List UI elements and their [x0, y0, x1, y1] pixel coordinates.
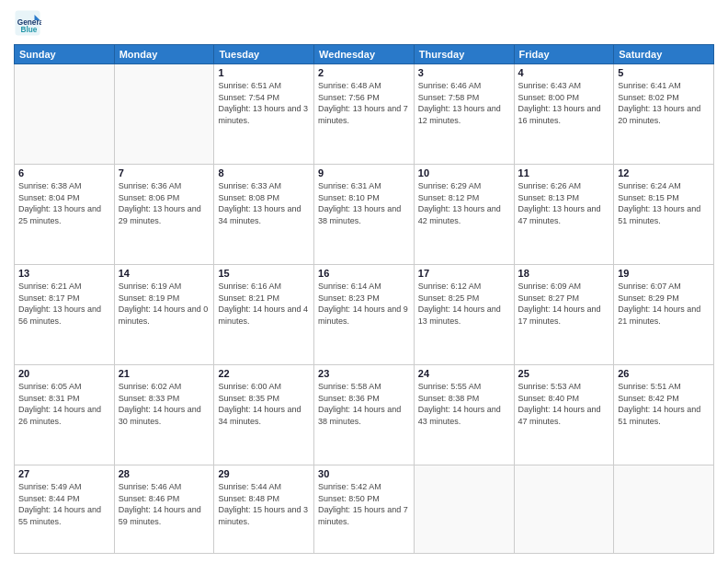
- day-info: Sunrise: 6:33 AMSunset: 8:08 PMDaylight:…: [218, 180, 310, 226]
- calendar-cell: 13Sunrise: 6:21 AMSunset: 8:17 PMDayligh…: [15, 265, 115, 365]
- day-info: Sunrise: 6:51 AMSunset: 7:54 PMDaylight:…: [218, 80, 310, 126]
- day-info: Sunrise: 6:36 AMSunset: 8:06 PMDaylight:…: [119, 180, 210, 226]
- day-number: 20: [18, 368, 110, 379]
- day-number: 19: [618, 268, 710, 279]
- calendar-cell: 11Sunrise: 6:26 AMSunset: 8:13 PMDayligh…: [514, 165, 614, 265]
- calendar-table: SundayMondayTuesdayWednesdayThursdayFrid…: [14, 44, 714, 554]
- day-number: 9: [318, 167, 410, 178]
- day-number: 24: [418, 368, 510, 379]
- day-number: 21: [119, 368, 210, 379]
- day-number: 7: [119, 167, 210, 178]
- weekday-header-monday: Monday: [114, 45, 214, 64]
- day-number: 25: [518, 368, 610, 379]
- day-info: Sunrise: 5:44 AMSunset: 8:48 PMDaylight:…: [218, 481, 310, 527]
- day-number: 14: [119, 268, 210, 279]
- calendar-cell: 21Sunrise: 6:02 AMSunset: 8:33 PMDayligh…: [114, 365, 214, 465]
- calendar-cell: [114, 64, 214, 165]
- calendar-cell: 10Sunrise: 6:29 AMSunset: 8:12 PMDayligh…: [414, 165, 514, 265]
- day-info: Sunrise: 6:24 AMSunset: 8:15 PMDaylight:…: [618, 180, 710, 226]
- calendar-cell: 28Sunrise: 5:46 AMSunset: 8:46 PMDayligh…: [114, 465, 214, 554]
- day-info: Sunrise: 6:09 AMSunset: 8:27 PMDaylight:…: [518, 281, 610, 327]
- day-info: Sunrise: 6:02 AMSunset: 8:33 PMDaylight:…: [119, 381, 210, 427]
- calendar-header-row: SundayMondayTuesdayWednesdayThursdayFrid…: [15, 45, 714, 64]
- day-number: 30: [318, 468, 410, 479]
- calendar-cell: 12Sunrise: 6:24 AMSunset: 8:15 PMDayligh…: [614, 165, 714, 265]
- calendar-cell: 1Sunrise: 6:51 AMSunset: 7:54 PMDaylight…: [214, 64, 314, 165]
- weekday-header-friday: Friday: [514, 45, 614, 64]
- day-info: Sunrise: 5:55 AMSunset: 8:38 PMDaylight:…: [418, 381, 510, 427]
- day-info: Sunrise: 6:41 AMSunset: 8:02 PMDaylight:…: [618, 80, 710, 126]
- calendar-cell: 22Sunrise: 6:00 AMSunset: 8:35 PMDayligh…: [214, 365, 314, 465]
- day-number: 4: [518, 67, 610, 78]
- day-info: Sunrise: 6:26 AMSunset: 8:13 PMDaylight:…: [518, 180, 610, 226]
- calendar-cell: 8Sunrise: 6:33 AMSunset: 8:08 PMDaylight…: [214, 165, 314, 265]
- day-info: Sunrise: 6:07 AMSunset: 8:29 PMDaylight:…: [618, 281, 710, 327]
- day-info: Sunrise: 6:12 AMSunset: 8:25 PMDaylight:…: [418, 281, 510, 327]
- calendar-cell: 3Sunrise: 6:46 AMSunset: 7:58 PMDaylight…: [414, 64, 514, 165]
- calendar-cell: 6Sunrise: 6:38 AMSunset: 8:04 PMDaylight…: [15, 165, 115, 265]
- calendar-cell: [614, 465, 714, 554]
- day-number: 12: [618, 167, 710, 178]
- weekday-header-thursday: Thursday: [414, 45, 514, 64]
- day-number: 2: [318, 67, 410, 78]
- day-info: Sunrise: 6:00 AMSunset: 8:35 PMDaylight:…: [218, 381, 310, 427]
- calendar-cell: 17Sunrise: 6:12 AMSunset: 8:25 PMDayligh…: [414, 265, 514, 365]
- calendar-cell: 30Sunrise: 5:42 AMSunset: 8:50 PMDayligh…: [314, 465, 415, 554]
- day-info: Sunrise: 6:19 AMSunset: 8:19 PMDaylight:…: [119, 281, 210, 327]
- day-info: Sunrise: 6:16 AMSunset: 8:21 PMDaylight:…: [218, 281, 310, 327]
- day-info: Sunrise: 5:58 AMSunset: 8:36 PMDaylight:…: [318, 381, 410, 427]
- day-number: 3: [418, 67, 510, 78]
- calendar-cell: 19Sunrise: 6:07 AMSunset: 8:29 PMDayligh…: [614, 265, 714, 365]
- calendar-cell: 7Sunrise: 6:36 AMSunset: 8:06 PMDaylight…: [114, 165, 214, 265]
- day-info: Sunrise: 5:51 AMSunset: 8:42 PMDaylight:…: [618, 381, 710, 427]
- logo-icon: General Blue: [14, 9, 41, 37]
- calendar-cell: 29Sunrise: 5:44 AMSunset: 8:48 PMDayligh…: [214, 465, 314, 554]
- day-number: 11: [518, 167, 610, 178]
- day-number: 5: [618, 67, 710, 78]
- calendar-cell: 15Sunrise: 6:16 AMSunset: 8:21 PMDayligh…: [214, 265, 314, 365]
- day-number: 22: [218, 368, 310, 379]
- calendar-cell: 4Sunrise: 6:43 AMSunset: 8:00 PMDaylight…: [514, 64, 614, 165]
- day-info: Sunrise: 6:31 AMSunset: 8:10 PMDaylight:…: [318, 180, 410, 226]
- calendar-cell: 16Sunrise: 6:14 AMSunset: 8:23 PMDayligh…: [314, 265, 415, 365]
- day-info: Sunrise: 5:49 AMSunset: 8:44 PMDaylight:…: [18, 481, 110, 527]
- day-info: Sunrise: 6:29 AMSunset: 8:12 PMDaylight:…: [418, 180, 510, 226]
- day-info: Sunrise: 6:21 AMSunset: 8:17 PMDaylight:…: [18, 281, 110, 327]
- calendar-cell: 5Sunrise: 6:41 AMSunset: 8:02 PMDaylight…: [614, 64, 714, 165]
- calendar-cell: 14Sunrise: 6:19 AMSunset: 8:19 PMDayligh…: [114, 265, 214, 365]
- day-info: Sunrise: 6:48 AMSunset: 7:56 PMDaylight:…: [318, 80, 410, 126]
- calendar-cell: 2Sunrise: 6:48 AMSunset: 7:56 PMDaylight…: [314, 64, 415, 165]
- day-number: 29: [218, 468, 310, 479]
- calendar-cell: 25Sunrise: 5:53 AMSunset: 8:40 PMDayligh…: [514, 365, 614, 465]
- calendar-cell: 27Sunrise: 5:49 AMSunset: 8:44 PMDayligh…: [15, 465, 115, 554]
- day-info: Sunrise: 6:38 AMSunset: 8:04 PMDaylight:…: [18, 180, 110, 226]
- logo: General Blue: [14, 9, 45, 37]
- day-number: 13: [18, 268, 110, 279]
- weekday-header-tuesday: Tuesday: [214, 45, 314, 64]
- day-number: 18: [518, 268, 610, 279]
- svg-text:Blue: Blue: [21, 26, 38, 34]
- page: General Blue SundayMondayTuesdayWednesda…: [0, 0, 728, 563]
- calendar-cell: 20Sunrise: 6:05 AMSunset: 8:31 PMDayligh…: [15, 365, 115, 465]
- day-info: Sunrise: 5:42 AMSunset: 8:50 PMDaylight:…: [318, 481, 410, 527]
- calendar-cell: 18Sunrise: 6:09 AMSunset: 8:27 PMDayligh…: [514, 265, 614, 365]
- day-number: 1: [218, 67, 310, 78]
- calendar-cell: 24Sunrise: 5:55 AMSunset: 8:38 PMDayligh…: [414, 365, 514, 465]
- day-number: 27: [18, 468, 110, 479]
- calendar-cell: [514, 465, 614, 554]
- day-info: Sunrise: 6:43 AMSunset: 8:00 PMDaylight:…: [518, 80, 610, 126]
- calendar-cell: 9Sunrise: 6:31 AMSunset: 8:10 PMDaylight…: [314, 165, 415, 265]
- weekday-header-saturday: Saturday: [614, 45, 714, 64]
- day-number: 23: [318, 368, 410, 379]
- weekday-header-wednesday: Wednesday: [314, 45, 415, 64]
- calendar-cell: [15, 64, 115, 165]
- header: General Blue: [14, 9, 714, 37]
- day-number: 16: [318, 268, 410, 279]
- day-info: Sunrise: 6:05 AMSunset: 8:31 PMDaylight:…: [18, 381, 110, 427]
- calendar-cell: 26Sunrise: 5:51 AMSunset: 8:42 PMDayligh…: [614, 365, 714, 465]
- day-info: Sunrise: 6:14 AMSunset: 8:23 PMDaylight:…: [318, 281, 410, 327]
- calendar-cell: 23Sunrise: 5:58 AMSunset: 8:36 PMDayligh…: [314, 365, 415, 465]
- calendar-cell: [414, 465, 514, 554]
- day-number: 6: [18, 167, 110, 178]
- weekday-header-sunday: Sunday: [15, 45, 115, 64]
